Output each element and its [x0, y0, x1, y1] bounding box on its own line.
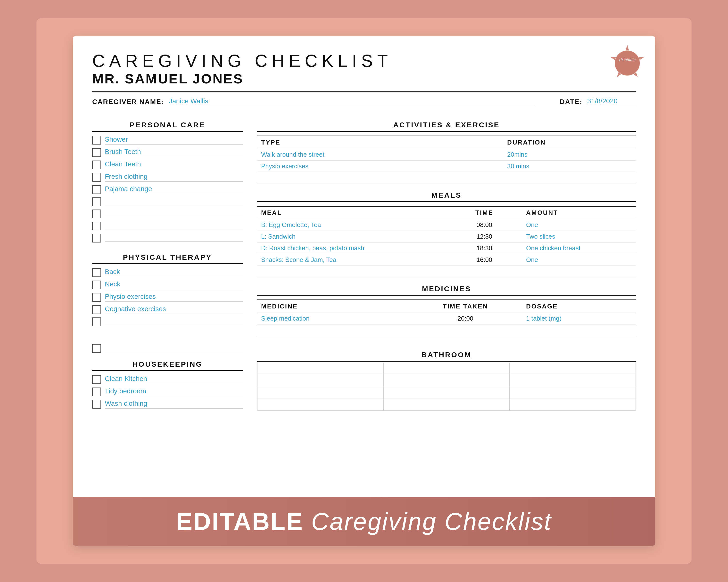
medicine-time: 20:00 [409, 313, 522, 325]
date-label: DATE: [560, 98, 582, 106]
checkbox[interactable] [92, 161, 101, 169]
checkbox[interactable] [92, 148, 101, 157]
activity-type: Walk around the street [257, 149, 503, 161]
checkbox[interactable] [92, 197, 101, 206]
checkbox-label: Tidy bedroom [105, 387, 243, 396]
checkbox[interactable] [92, 375, 101, 384]
list-item: Pajama change [92, 185, 243, 194]
empty-line [105, 223, 243, 229]
medicine-name: Sleep medication [257, 313, 409, 325]
bathroom-table [257, 362, 636, 411]
checkbox[interactable] [92, 210, 101, 218]
empty-line [105, 211, 243, 217]
checkbox[interactable] [92, 388, 101, 396]
overlay-editable-text: EDITABLE [176, 508, 304, 535]
activity-type: Physio exercises [257, 161, 503, 172]
meal-time: 08:00 [446, 219, 522, 231]
medicines-header-row: MEDICINE TIME TAKEN DOSAGE [257, 300, 636, 313]
checkbox[interactable] [92, 317, 101, 326]
list-item: Cognative exercises [92, 305, 243, 314]
checkbox[interactable] [92, 400, 101, 409]
table-row: Snacks: Scone & Jam, Tea 16:00 One [257, 254, 636, 266]
meals-col-meal: MEAL [257, 206, 446, 219]
date-value: 31/8/2020 [587, 97, 636, 106]
activity-duration: 20mins [503, 149, 636, 161]
checkbox-label: Cognative exercises [105, 305, 243, 314]
checkbox[interactable] [92, 344, 101, 353]
list-item: Clean Teeth [92, 160, 243, 169]
overlay-script-text: Caregiving Checklist [304, 508, 552, 535]
list-item: Brush Teeth [92, 148, 243, 157]
bathroom-section: BATHROOM [257, 351, 636, 411]
table-row: Sleep medication 20:00 1 tablet (mg) [257, 313, 636, 325]
sub-title: MR. SAMUEL JONES [92, 71, 636, 87]
empty-line [105, 345, 243, 352]
list-item [92, 234, 243, 243]
activities-table: TYPE DURATION Walk around the street 20m… [257, 136, 636, 184]
list-item: Shower [92, 136, 243, 144]
list-item: Tidy bedroom [92, 387, 243, 396]
medicines-title: MEDICINES [257, 285, 636, 296]
meals-col-time: TIME [446, 206, 522, 219]
checkbox[interactable] [92, 173, 101, 182]
housekeeping-list: Clean Kitchen Tidy bedroom Wash clothing [92, 375, 243, 409]
meal-time [446, 266, 522, 277]
right-column: ACTIVITIES & EXERCISE TYPE DURATION Walk… [257, 121, 636, 533]
meal-name: L: Sandwich [257, 231, 446, 243]
checkbox-label: Shower [105, 136, 243, 144]
housekeeping-section: HOUSEKEEPING Clean Kitchen Tidy bedroom [92, 360, 243, 409]
table-row: B: Egg Omelette, Tea 08:00 One [257, 219, 636, 231]
checkbox[interactable] [92, 185, 101, 194]
header-section: CAREGIVING CHECKLIST MR. SAMUEL JONES CA… [92, 51, 636, 121]
list-item [92, 344, 243, 353]
meal-name: B: Egg Omelette, Tea [257, 219, 446, 231]
overlay-text: EDITABLE Caregiving Checklist [176, 507, 552, 535]
svg-text:Printable: Printable [619, 57, 635, 62]
meals-title: MEALS [257, 191, 636, 202]
list-item: Physio exercises [92, 293, 243, 302]
page-wrapper: Printable CAREGIVING CHECKLIST MR. SAMUE… [36, 18, 692, 564]
caregiver-row: CAREGIVER NAME: Janice Wallis DATE: 31/8… [92, 97, 636, 106]
main-content: PERSONAL CARE Shower Brush Teeth Clean T… [92, 121, 636, 533]
header-divider [92, 91, 636, 92]
checkbox[interactable] [92, 293, 101, 302]
checkbox[interactable] [92, 136, 101, 144]
table-row [257, 172, 636, 184]
meal-amount [522, 266, 636, 277]
meal-amount: One chicken breast [522, 243, 636, 254]
list-item: Neck [92, 280, 243, 289]
checkbox-label: Pajama change [105, 185, 243, 194]
medicine-name [257, 325, 409, 336]
meal-name [257, 266, 446, 277]
checkbox[interactable] [92, 305, 101, 314]
medicine-dosage [522, 325, 636, 336]
empty-line [105, 318, 243, 325]
activity-duration [503, 172, 636, 184]
table-row [258, 386, 636, 398]
caregiver-value: Janice Wallis [169, 97, 536, 106]
meal-amount: Two slices [522, 231, 636, 243]
overlay-banner: EDITABLE Caregiving Checklist [73, 497, 655, 546]
medicine-dosage: 1 tablet (mg) [522, 313, 636, 325]
meal-time: 16:00 [446, 254, 522, 266]
checkbox-label: Fresh clothing [105, 173, 243, 182]
checkbox-label: Wash clothing [105, 399, 243, 409]
checkbox[interactable] [92, 281, 101, 289]
activities-header-row: TYPE DURATION [257, 136, 636, 149]
checkbox-label: Physio exercises [105, 293, 243, 302]
checkbox[interactable] [92, 234, 101, 243]
medicines-col-dosage: DOSAGE [522, 300, 636, 313]
document: Printable CAREGIVING CHECKLIST MR. SAMUE… [73, 36, 655, 546]
meals-table: MEAL TIME AMOUNT B: Egg Omelette, Tea 08… [257, 206, 636, 277]
housekeeping-title: HOUSEKEEPING [92, 360, 243, 371]
checkbox[interactable] [92, 268, 101, 277]
svg-point-1 [615, 51, 640, 76]
meal-name: D: Roast chicken, peas, potato mash [257, 243, 446, 254]
list-item [92, 210, 243, 218]
personal-care-list: Shower Brush Teeth Clean Teeth Fresh clo… [92, 136, 243, 243]
meal-time: 12:30 [446, 231, 522, 243]
checkbox[interactable] [92, 222, 101, 230]
meals-col-amount: AMOUNT [522, 206, 636, 219]
list-item: Clean Kitchen [92, 375, 243, 384]
activity-duration: 30 mins [503, 161, 636, 172]
